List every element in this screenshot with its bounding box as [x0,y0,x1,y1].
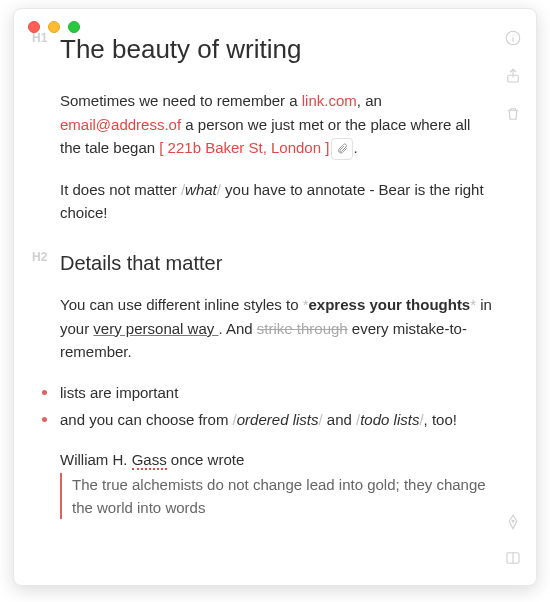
text: It does not matter [60,181,181,198]
block-quote[interactable]: The true alchemists do not change lead i… [60,473,492,520]
intro-paragraph[interactable]: Sometimes we need to remember a link.com… [60,89,492,160]
paragraph-2[interactable]: It does not matter /what/ you have to an… [60,178,492,225]
attachment-pill[interactable] [331,138,353,160]
italic-text: ordered lists [237,411,319,428]
text: . [353,139,357,156]
text: Sometimes we need to remember a [60,92,302,109]
quote-text: The true alchemists do not change lead i… [72,476,486,516]
text: and [323,411,356,428]
address-link[interactable]: 221b Baker St, London [168,139,326,156]
panel-icon[interactable] [504,549,522,567]
svg-point-4 [512,520,514,522]
hyperlink[interactable]: link.com [302,92,357,109]
page-title[interactable]: The beauty of writing [60,34,301,64]
bracket-open: [ [159,139,167,156]
underline-text: very personal way [93,320,218,337]
text: and you can choose from [60,411,233,428]
text: , too! [424,411,457,428]
bracket-close: ] [325,139,329,156]
h2-gutter-tag: H2 [32,248,47,267]
section-title[interactable]: Details that matter [60,252,222,274]
email-link[interactable]: email@address.of [60,116,181,133]
list-item[interactable]: and you can choose from /ordered lists/ … [60,408,492,431]
right-toolbar [500,29,526,567]
paragraph-3[interactable]: You can use different inline styles to *… [60,293,492,363]
heading-2-line: H2 Details that matter [60,248,492,279]
text: You can use different inline styles to [60,296,303,313]
editor-window: H1 The beauty of writing Sometimes we ne… [13,8,537,586]
strike-text: strike through [257,320,348,337]
text: lists are important [60,384,178,401]
author-line[interactable]: William H. Gass once wrote [60,448,492,471]
text: once wrote [167,451,245,468]
text: William H. [60,451,132,468]
list-item[interactable]: lists are important [60,381,492,404]
h1-gutter-tag: H1 [32,29,47,48]
minimize-window-button[interactable] [48,21,60,33]
italic-text: what [185,181,217,198]
author-highlight: Gass [132,451,167,470]
italic-text: todo lists [360,411,419,428]
bullet-list[interactable]: lists are important and you can choose f… [60,381,492,432]
trash-icon[interactable] [504,105,522,123]
document-body[interactable]: H1 The beauty of writing Sometimes we ne… [60,23,492,573]
bold-text: express your thoughts [309,296,471,313]
info-icon[interactable] [504,29,522,47]
heading-1-line: H1 The beauty of writing [60,29,492,69]
share-icon[interactable] [504,67,522,85]
text: , an [357,92,382,109]
text: . And [218,320,256,337]
svg-point-2 [512,34,513,35]
pen-icon[interactable] [504,513,522,531]
